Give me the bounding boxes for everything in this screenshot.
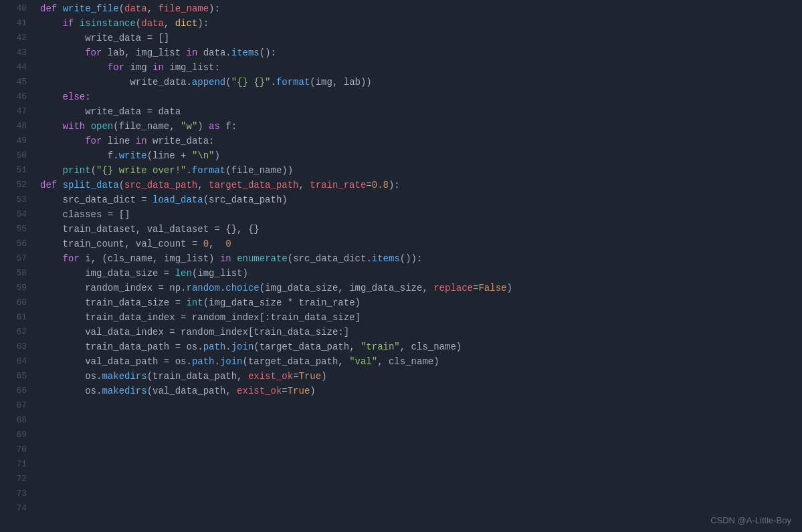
watermark: CSDN @A-Little-Boy [710, 515, 791, 525]
ln-74: 74 [0, 501, 27, 516]
code-line-66: train_data_size = int(img_data_size * tr… [40, 295, 802, 310]
code-line-45: write_data.append("{} {}".format(img, la… [40, 75, 802, 90]
ln-61: 61 [0, 310, 27, 325]
code-line-53: print("{} write over!".format(file_name)… [40, 163, 802, 178]
ln-67: 67 [0, 398, 27, 413]
ln-58: 58 [0, 266, 27, 281]
code-line-64: random_index = np.random.choice(img_data… [40, 281, 802, 295]
ln-68: 68 [0, 413, 27, 428]
ln-73: 73 [0, 487, 27, 501]
code-line-60: train_dataset, val_dataset = {}, {} [40, 222, 802, 237]
code-line-41: if isinstance(data, dict): [40, 16, 802, 31]
ln-45: 45 [0, 75, 27, 90]
code-line-61: train_count, val_count = 0, 0 [40, 237, 802, 251]
ln-69: 69 [0, 428, 27, 442]
ln-56: 56 [0, 237, 27, 251]
ln-53: 53 [0, 192, 27, 207]
code-content: def write_file(data, file_name): if isin… [35, 0, 802, 532]
ln-48: 48 [0, 119, 27, 134]
code-line-43: for lab, img_list in data.items(): [40, 45, 802, 60]
ln-52: 52 [0, 178, 27, 192]
ln-49: 49 [0, 134, 27, 148]
code-line-67: train_data_index = random_index[:train_d… [40, 310, 802, 325]
code-line-56: def split_data(src_data_path, target_dat… [40, 178, 802, 192]
code-line-42: write_data = [] [40, 31, 802, 45]
ln-55: 55 [0, 222, 27, 237]
code-line-68: val_data_index = random_index[train_data… [40, 325, 802, 340]
ln-66: 66 [0, 384, 27, 398]
ln-64: 64 [0, 354, 27, 369]
code-line-62: for i, (cls_name, img_list) in enumerate… [40, 251, 802, 266]
code-line-73: os.makedirs(val_data_path, exist_ok=True… [40, 384, 802, 398]
code-line-46: else: [40, 90, 802, 104]
code-line-71: val_data_path = os.path.join(target_data… [40, 354, 802, 369]
code-line-51: f.write(line + "\n") [40, 148, 802, 163]
ln-54: 54 [0, 207, 27, 222]
code-line-59: classes = [] [40, 207, 802, 222]
code-line-63: img_data_size = len(img_list) [40, 266, 802, 281]
code-line-72: os.makedirs(train_data_path, exist_ok=Tr… [40, 369, 802, 384]
ln-43: 43 [0, 45, 27, 60]
ln-50: 50 [0, 148, 27, 163]
ln-72: 72 [0, 472, 27, 487]
ln-71: 71 [0, 457, 27, 472]
ln-51: 51 [0, 163, 27, 178]
ln-41: 41 [0, 16, 27, 31]
code-editor: 40 41 42 43 44 45 46 47 48 49 50 51 52 5… [0, 0, 802, 532]
code-line-50: for line in write_data: [40, 134, 802, 148]
code-line-49: with open(file_name, "w") as f: [40, 119, 802, 134]
line-numbers: 40 41 42 43 44 45 46 47 48 49 50 51 52 5… [0, 0, 35, 532]
code-line-47: write_data = data [40, 104, 802, 119]
ln-62: 62 [0, 325, 27, 340]
code-line-44: for img in img_list: [40, 60, 802, 75]
ln-42: 42 [0, 31, 27, 45]
ln-47: 47 [0, 104, 27, 119]
code-line-70: train_data_path = os.path.join(target_da… [40, 340, 802, 354]
ln-59: 59 [0, 281, 27, 295]
ln-40: 40 [0, 1, 27, 16]
ln-46: 46 [0, 90, 27, 104]
ln-44: 44 [0, 60, 27, 75]
ln-57: 57 [0, 251, 27, 266]
ln-60: 60 [0, 295, 27, 310]
ln-63: 63 [0, 340, 27, 354]
ln-65: 65 [0, 369, 27, 384]
code-line-57: src_data_dict = load_data(src_data_path) [40, 192, 802, 207]
ln-70: 70 [0, 442, 27, 457]
code-line-40: def write_file(data, file_name): [40, 1, 802, 16]
